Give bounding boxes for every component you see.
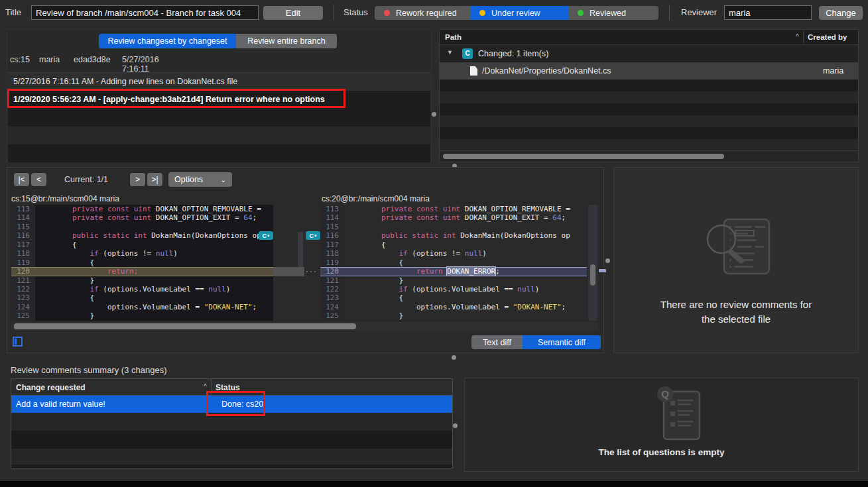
horizontal-scrollbar[interactable] [11,322,597,331]
status-reviewed-button[interactable]: Reviewed [568,6,658,20]
tree-group-label: Changed: 1 item(s) [478,49,548,58]
status-under-review-label: Under review [491,9,540,18]
sort-ascending-icon: ^ [796,33,799,40]
status-column-header[interactable]: Status [216,383,240,392]
code-review-window: Title Edit Status Rework required Under … [0,0,868,487]
no-comments-document-magnifier-icon [706,218,772,276]
column-divider[interactable] [803,30,804,45]
scrollbar-thumb[interactable] [590,264,595,286]
status-label: Status [343,7,368,17]
divider [334,5,334,21]
options-dropdown[interactable]: Options ⌄ [168,172,232,187]
empty-row [440,127,858,139]
changeset-hash: edad3d8e [74,55,111,64]
splitter-handle[interactable] [452,355,456,360]
scrollbar-thumb[interactable] [443,154,724,159]
tree-file-row-selected[interactable]: /DokanNet/Properties/DokanNet.cs maria [440,62,858,80]
summary-table: Change requested ^ Status Add a valid re… [11,378,453,468]
empty-row [11,449,452,464]
expander-triangle-icon[interactable]: ▼ [447,49,453,56]
csharp-method-badge-icon[interactable]: C▾ [259,231,273,240]
next-diff-button[interactable]: > [130,173,145,186]
empty-row [440,80,858,91]
left-pane-header: cs:15@br:/main/scm004 maria [11,194,119,203]
empty-row [440,103,858,115]
tree-group-row-changed[interactable]: ▼ C Changed: 1 item(s) [440,45,858,62]
diff-viewer-panel: |< < Current: 1/1 > >| Options ⌄ cs:15@b… [7,167,604,353]
semantic-diff-button[interactable]: Semantic diff [523,335,601,349]
changeset-list: 5/27/2016 7:16:11 AM - Adding new lines … [8,72,430,162]
review-title-input[interactable] [31,5,259,20]
empty-row [11,431,452,449]
status-cell: Done: cs20 [221,400,263,409]
empty-row [440,115,858,127]
changeset-row-text: 5/27/2016 7:16:11 AM - Adding new lines … [13,77,237,86]
green-status-dot-icon [578,10,584,16]
divider [669,5,670,21]
tab-review-changeset-by-changeset[interactable]: Review changeset by changeset [99,34,236,48]
empty-questions-list-icon: Q [656,386,705,442]
empty-row [8,144,430,162]
chevron-down-icon: ⌄ [221,176,226,184]
review-header-bar: Title Edit Status Rework required Under … [0,0,868,27]
change-reviewer-button[interactable]: Change [819,6,863,20]
summary-row-selected[interactable]: Add a valid return value! Done: cs20 [11,396,452,413]
empty-row [8,127,430,144]
scrollbar-thumb[interactable] [14,323,356,329]
panel-toggle-icon[interactable] [13,337,23,347]
changeset-row-selected[interactable]: 1/29/2020 5:56:23 AM - [apply-change:b3a… [8,91,430,109]
empty-row [11,464,452,468]
diff-position-marker [599,269,606,272]
right-pane-header: cs:20@br:/main/scm004 maria [322,194,430,203]
empty-row [8,109,430,127]
file-icon [470,66,477,76]
review-comments-panel: There are no review comments for the sel… [613,167,859,353]
splitter-handle[interactable] [453,423,458,428]
sort-ascending-icon: ^ [204,383,207,390]
current-diff-label: Current: 1/1 [64,175,108,184]
summary-table-header: Change requested ^ Status [11,379,452,396]
reviewer-label: Reviewer [681,7,717,17]
path-column-header[interactable]: Path [445,33,462,41]
source-code-pane-left[interactable]: 113 private const uint DOKAN_OPTION_REMO… [11,205,273,321]
questions-empty-message: The list of questions is empty [465,447,858,457]
last-diff-button[interactable]: >| [147,173,162,186]
column-divider[interactable] [211,379,212,396]
splitter-handle[interactable] [432,112,436,117]
horizontal-scrollbar[interactable] [440,150,858,162]
changeset-row-text: 1/29/2020 5:56:23 AM - [apply-change:b3a… [13,95,325,104]
summary-title: Review comments summary (3 changes) [11,365,167,375]
splitter-handle[interactable] [605,258,610,263]
status-rework-required-label: Rework required [396,9,457,18]
red-status-dot-icon [384,10,390,16]
created-by-column-header[interactable]: Created by [808,33,847,41]
changeset-number: cs:15 [10,55,30,64]
changeset-row[interactable]: 5/27/2016 7:16:11 AM - Adding new lines … [8,73,430,91]
csharp-method-badge-icon[interactable]: C▾ [306,231,320,240]
yellow-status-dot-icon [479,10,485,16]
text-diff-button[interactable]: Text diff [471,335,523,349]
empty-row [11,413,452,431]
status-rework-required-button[interactable]: Rework required [375,6,470,20]
status-under-review-button[interactable]: Under review [470,6,568,20]
path-tree-header: Path ^ Created by [440,30,858,45]
path-tree-panel: Path ^ Created by ▼ C Changed: 1 item(s)… [439,29,859,162]
file-path: /DokanNet/Properties/DokanNet.cs [482,66,611,76]
vertical-scrollbar[interactable] [588,205,597,321]
first-diff-button[interactable]: |< [14,173,29,186]
change-requested-cell: Add a valid return value! [16,400,105,409]
edit-button[interactable]: Edit [263,6,323,20]
questions-panel: Q The list of questions is empty [464,378,859,472]
window-bottom-edge [0,481,868,487]
empty-row [440,91,858,103]
reviewer-input[interactable] [724,5,812,20]
change-requested-column-header[interactable]: Change requested [16,383,86,392]
tab-review-entire-branch[interactable]: Review entire branch [236,34,337,48]
file-created-by: maria [823,66,843,76]
source-code-pane-right[interactable]: 113 private const uint DOKAN_OPTION_REMO… [304,205,587,321]
changed-badge-icon: C [462,48,473,59]
svg-text:Q: Q [661,388,669,400]
options-dropdown-label: Options [174,175,203,184]
previous-diff-button[interactable]: < [31,173,46,186]
changesets-panel: Review changeset by changeset Review ent… [7,29,432,162]
